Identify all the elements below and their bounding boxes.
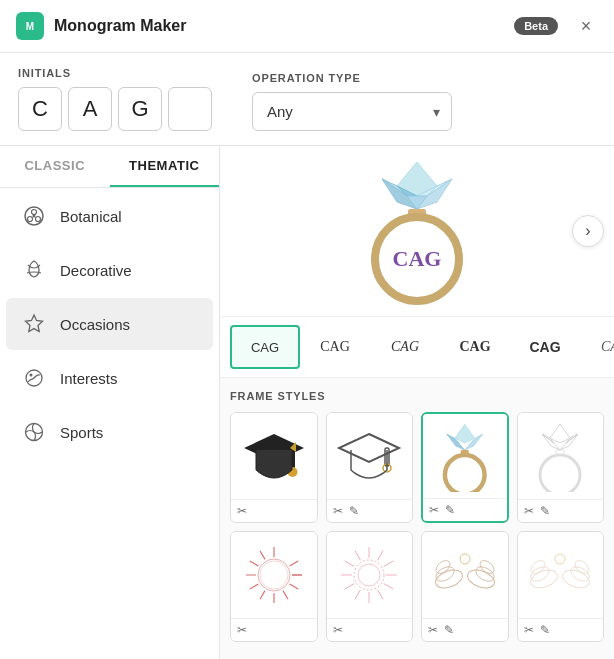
- interests-icon: [22, 366, 46, 390]
- svg-point-58: [354, 560, 384, 590]
- frame-actions-8: ✂ ✎: [518, 618, 604, 641]
- svg-point-44: [258, 559, 290, 591]
- frame-edit-btn-7[interactable]: ✎: [444, 623, 454, 637]
- frame-cut-btn-4[interactable]: ✂: [524, 504, 534, 518]
- content-area: CAG › CAG CAG CAG CAG CAG: [220, 146, 614, 659]
- frame-item-wings-outline[interactable]: ✂ ✎: [517, 531, 605, 642]
- frame-cut-btn-3[interactable]: ✂: [429, 503, 439, 517]
- frame-item-sunburst-solid[interactable]: ✂: [230, 531, 318, 642]
- app-icon: M: [16, 12, 44, 40]
- svg-line-57: [260, 551, 265, 560]
- frame-item-grad-cap-solid[interactable]: ✂: [230, 412, 318, 523]
- svg-line-71: [355, 551, 361, 561]
- botanical-label: Botanical: [60, 208, 122, 225]
- initial-g[interactable]: [118, 87, 162, 131]
- svg-text:CAG: CAG: [393, 246, 442, 271]
- frame-item-sunburst-pink[interactable]: ✂: [326, 531, 414, 642]
- svg-line-56: [250, 561, 259, 566]
- occasions-label: Occasions: [60, 316, 130, 333]
- svg-point-3: [32, 210, 37, 215]
- sidebar-item-decorative[interactable]: Decorative: [6, 244, 213, 296]
- initial-c[interactable]: [18, 87, 62, 131]
- decorative-label: Decorative: [60, 262, 132, 279]
- header-left: M Monogram Maker: [16, 12, 186, 40]
- app-title: Monogram Maker: [54, 17, 186, 35]
- frame-section: FRAME STYLES ✂: [220, 378, 614, 642]
- svg-point-82: [560, 566, 592, 591]
- style-thumb-fancy[interactable]: CAG: [580, 325, 614, 369]
- sidebar: CLASSIC THEMATIC Botanical: [0, 146, 220, 659]
- tab-classic[interactable]: CLASSIC: [0, 146, 110, 187]
- frame-img-grad-cap-solid: [231, 413, 317, 499]
- sidebar-item-botanical[interactable]: Botanical: [6, 190, 213, 242]
- styles-strip: CAG CAG CAG CAG CAG CAG CA: [220, 316, 614, 378]
- frame-img-ring: [423, 414, 507, 498]
- tab-thematic[interactable]: THEMATIC: [110, 146, 220, 187]
- frame-img-angel-wings: [422, 532, 508, 618]
- svg-line-64: [384, 583, 394, 589]
- interests-label: Interests: [60, 370, 118, 387]
- close-button[interactable]: ×: [574, 14, 598, 38]
- svg-line-67: [355, 589, 361, 599]
- frame-actions-2: ✂ ✎: [327, 499, 413, 522]
- frame-img-grad-cap-outline: [327, 413, 413, 499]
- frame-actions-4: ✂ ✎: [518, 499, 604, 522]
- svg-line-50: [289, 584, 298, 589]
- frame-edit-btn-8[interactable]: ✎: [540, 623, 550, 637]
- frame-cut-btn-8[interactable]: ✂: [524, 623, 534, 637]
- frame-item-ring[interactable]: ✂ ✎: [421, 412, 509, 523]
- style-thumb-italic[interactable]: CAG: [370, 325, 440, 369]
- frame-item-angel-wings[interactable]: ✂ ✎: [421, 531, 509, 642]
- svg-point-78: [460, 554, 470, 564]
- frame-edit-btn-3[interactable]: ✎: [445, 503, 455, 517]
- svg-point-36: [445, 455, 485, 492]
- frame-cut-btn-2[interactable]: ✂: [333, 504, 343, 518]
- op-type-select[interactable]: Any Birthday Wedding Anniversary Graduat…: [252, 92, 452, 131]
- svg-point-85: [555, 554, 565, 564]
- nav-next-arrow[interactable]: ›: [572, 215, 604, 247]
- frame-cut-btn-7[interactable]: ✂: [428, 623, 438, 637]
- op-type-label: OPERATION TYPE: [252, 72, 452, 84]
- svg-point-45: [260, 561, 288, 589]
- sidebar-item-interests[interactable]: Interests: [6, 352, 213, 404]
- frame-item-ring-outline[interactable]: ✂ ✎: [517, 412, 605, 523]
- svg-marker-30: [455, 424, 475, 443]
- beta-badge: Beta: [514, 17, 558, 35]
- main-layout: CLASSIC THEMATIC Botanical: [0, 146, 614, 659]
- style-thumb-plain[interactable]: CAG: [230, 325, 300, 369]
- frame-cut-btn-5[interactable]: ✂: [237, 623, 247, 637]
- frame-cut-btn-1[interactable]: ✂: [237, 504, 247, 518]
- initial-extra[interactable]: [168, 87, 212, 131]
- preview-svg: CAG: [352, 154, 482, 309]
- svg-point-79: [528, 566, 560, 591]
- svg-marker-37: [550, 424, 570, 443]
- style-thumb-script1[interactable]: CAG: [300, 325, 370, 369]
- sidebar-item-occasions[interactable]: Occasions: [6, 298, 213, 350]
- sports-label: Sports: [60, 424, 103, 441]
- header: M Monogram Maker Beta ×: [0, 0, 614, 53]
- initial-a[interactable]: [68, 87, 112, 131]
- svg-line-70: [345, 561, 355, 567]
- controls-row: INITIALS OPERATION TYPE Any Birthday Wed…: [0, 53, 614, 146]
- frame-actions-6: ✂: [327, 618, 413, 641]
- style-thumb-sans-bold[interactable]: CAG: [510, 325, 580, 369]
- frame-img-sunburst-pink: [327, 532, 413, 618]
- svg-marker-7: [26, 315, 43, 332]
- svg-line-68: [345, 583, 355, 589]
- svg-point-4: [28, 217, 33, 222]
- decorative-icon: [22, 258, 46, 282]
- svg-text:M: M: [26, 21, 34, 32]
- frame-edit-btn-2[interactable]: ✎: [349, 504, 359, 518]
- frame-img-ring-outline: [518, 413, 604, 499]
- frame-section-title: FRAME STYLES: [230, 390, 604, 402]
- frames-grid: ✂ ✂ ✎: [230, 412, 604, 642]
- frame-actions-5: ✂: [231, 618, 317, 641]
- svg-point-5: [36, 217, 41, 222]
- sidebar-item-sports[interactable]: Sports: [6, 406, 213, 458]
- svg-line-65: [378, 589, 384, 599]
- frame-edit-btn-4[interactable]: ✎: [540, 504, 550, 518]
- frame-cut-btn-6[interactable]: ✂: [333, 623, 343, 637]
- frame-actions-1: ✂: [231, 499, 317, 522]
- frame-item-grad-cap-outline[interactable]: ✂ ✎: [326, 412, 414, 523]
- style-thumb-bold[interactable]: CAG: [440, 325, 510, 369]
